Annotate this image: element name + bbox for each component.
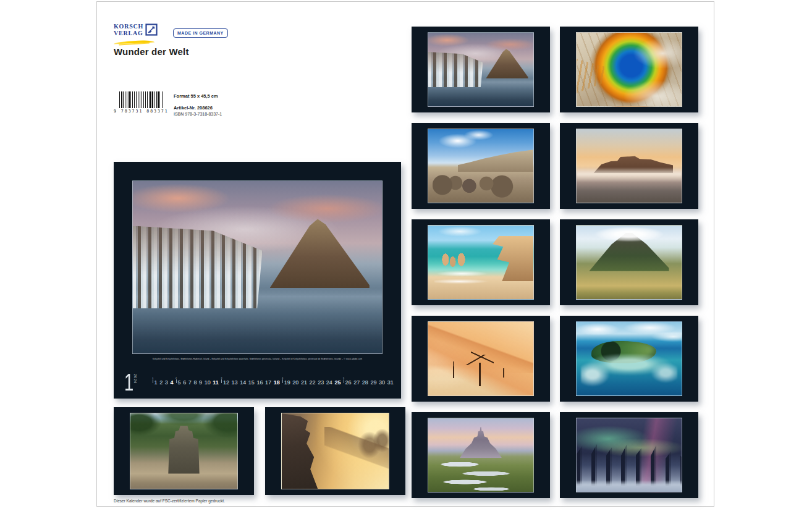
barcode-bars xyxy=(119,91,164,108)
page-title: Wunder der Welt xyxy=(114,46,189,57)
product-info: Format 55 x 45,5 cm Artikel-Nr. 208626 I… xyxy=(174,93,222,116)
calendar-thumbnail-mont-st-michel xyxy=(412,412,550,498)
thumbnail-photo-nemrut xyxy=(428,129,534,203)
thumbnail-photo-fortress xyxy=(576,129,682,203)
publisher-logo: KORSCH VERLAG xyxy=(114,23,169,46)
calendar-thumbnail-prismatic xyxy=(560,27,698,112)
month-number: 1 xyxy=(124,371,133,394)
calendar-day-27: 27 xyxy=(353,379,360,386)
calendar-day-13: 13 xyxy=(232,379,238,386)
calendar-day-5: 25 xyxy=(176,379,180,386)
thumbnail-photo-aurora xyxy=(576,418,682,492)
week-mark-2: 2 xyxy=(176,377,177,383)
thumbnail-photo-mauritius xyxy=(576,321,682,396)
calendar-day-29: 29 xyxy=(370,379,376,386)
calendar-day-18: 18 xyxy=(274,379,280,386)
article-number: Artikel-Nr. 208626 xyxy=(174,105,222,111)
fsc-note: Dieser Kalender wurde auf FSC-zertifizie… xyxy=(114,499,225,503)
calendar-day-8: 8 xyxy=(193,379,197,386)
calendar-thumbnail-deadvlei xyxy=(412,316,550,402)
calendar-day-12: 312 xyxy=(221,379,229,386)
week-mark-5: 5 xyxy=(343,377,344,383)
photo-credits: Kirkjufell und Kirkjufellsfoss, Snæfells… xyxy=(137,358,378,360)
calendar-day-9: 9 xyxy=(199,379,202,386)
thumbnail-photo-angkor xyxy=(130,413,238,489)
calendar-day-1: 11 xyxy=(152,379,157,386)
thumbnail-photo-mont-st-michel xyxy=(428,418,534,492)
publisher-line2: VERLAG xyxy=(114,30,143,36)
calendar-day-2: 2 xyxy=(159,379,163,386)
calendar-day-28: 28 xyxy=(362,379,368,386)
week-mark-1: 1 xyxy=(152,377,153,383)
date-strip: 1 2026 112342567891011312131415161718419… xyxy=(124,370,394,395)
calendar-day-26: 526 xyxy=(343,379,351,386)
ean-barcode: 9 783731 883371 xyxy=(114,91,169,114)
thumbnail-photo-prismatic xyxy=(576,32,682,107)
calendar-day-25: 25 xyxy=(334,379,340,386)
calendar-day-3: 3 xyxy=(165,379,168,386)
year-label: 2026 xyxy=(133,374,137,384)
thumbnail-photo-huangshan xyxy=(281,413,389,489)
calendar-day-24: 24 xyxy=(326,379,332,386)
calendar-day-17: 17 xyxy=(265,379,271,386)
calendar-thumbnail-kirkjufell xyxy=(412,27,550,112)
week-mark-3: 3 xyxy=(221,377,222,383)
calendar-thumbnail-fortress xyxy=(560,123,698,209)
thumbnail-grid-right xyxy=(412,27,698,498)
calendar-day-30: 30 xyxy=(379,379,385,386)
calendar-day-23: 23 xyxy=(318,379,324,386)
calendar-day-21: 21 xyxy=(301,379,307,386)
publisher-name: KORSCH VERLAG xyxy=(114,23,143,36)
product-image-canvas: KORSCH VERLAG MADE IN GERMANY Wunder der… xyxy=(0,0,812,511)
calendar-day-16: 16 xyxy=(256,379,263,386)
calendar-back-sheet: KORSCH VERLAG MADE IN GERMANY Wunder der… xyxy=(96,1,714,507)
publisher-line1: KORSCH xyxy=(114,23,143,30)
calendar-thumbnail-nemrut xyxy=(412,123,550,209)
dates-row: 1123425678910113121314151617184192021222… xyxy=(152,379,394,386)
calendar-day-6: 6 xyxy=(183,379,186,386)
thumbnail-photo-apostles xyxy=(428,225,534,300)
calendar-thumbnail-mauritius xyxy=(560,316,698,402)
format-label: Format 55 x 45,5 cm xyxy=(174,93,222,99)
calendar-thumbnail-huangshan xyxy=(265,407,405,495)
preview-photo-kirkjufell xyxy=(132,180,383,354)
made-in-germany-label: MADE IN GERMANY xyxy=(177,31,224,35)
week-mark-4: 4 xyxy=(282,377,283,383)
calendar-thumbnail-taranaki xyxy=(560,219,698,305)
barcode-digits: 9 783731 883371 xyxy=(114,109,169,114)
calendar-day-7: 7 xyxy=(188,379,192,386)
month-block: 1 2026 xyxy=(124,371,137,394)
calendar-day-19: 419 xyxy=(282,379,290,386)
calendar-day-15: 15 xyxy=(248,379,255,386)
calendar-day-22: 22 xyxy=(310,379,316,386)
calendar-day-4: 4 xyxy=(170,379,173,386)
calendar-thumbnail-apostles xyxy=(412,219,550,305)
calendar-thumbnail-angkor xyxy=(114,407,254,495)
yellow-swoosh-underline xyxy=(114,40,154,44)
calendar-day-31: 31 xyxy=(387,379,394,386)
made-in-germany-badge: MADE IN GERMANY xyxy=(173,28,228,38)
calendar-preview-january: Kirkjufell und Kirkjufellsfoss, Snæfells… xyxy=(114,162,401,399)
thumbnail-row-bottom xyxy=(114,407,405,495)
isbn-number: ISBN 978-3-7318-8337-1 xyxy=(174,112,222,116)
korsch-logo-icon xyxy=(145,23,158,38)
calendar-day-14: 14 xyxy=(240,379,246,386)
calendar-day-10: 10 xyxy=(205,379,211,386)
calendar-thumbnail-aurora xyxy=(560,412,698,498)
calendar-day-11: 11 xyxy=(213,379,219,386)
thumbnail-photo-kirkjufell xyxy=(428,32,534,107)
calendar-day-20: 20 xyxy=(292,379,298,386)
thumbnail-photo-deadvlei xyxy=(428,321,534,396)
thumbnail-photo-taranaki xyxy=(576,225,682,300)
